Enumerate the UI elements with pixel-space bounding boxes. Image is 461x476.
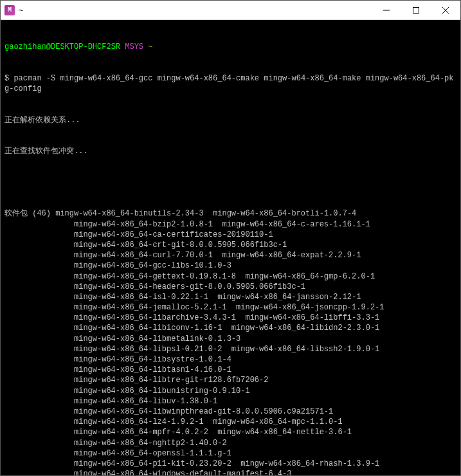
prompt-at: @ xyxy=(46,42,51,51)
status-resolving: 正在解析依赖关系... xyxy=(5,115,456,125)
minimize-button[interactable] xyxy=(372,1,401,19)
status-checking: 正在查找软件包冲突... xyxy=(5,146,456,156)
package-line: mingw-w64-x86_64-libmetalink-0.1.3-3 xyxy=(5,334,456,344)
package-line: mingw-w64-x86_64-isl-0.22.1-1 mingw-w64-… xyxy=(5,292,456,302)
package-list: 软件包 (46) mingw-w64-x86_64-binutils-2.34-… xyxy=(5,208,456,475)
prompt-path: ~ xyxy=(148,42,152,51)
window-controls xyxy=(372,1,460,19)
maximize-button[interactable] xyxy=(401,1,431,19)
package-line: mingw-w64-x86_64-jemalloc-5.2.1-1 mingw-… xyxy=(5,302,456,313)
package-line: mingw-w64-x86_64-openssl-1.1.1.g-1 xyxy=(5,448,456,459)
package-line: 软件包 (46) mingw-w64-x86_64-binutils-2.34-… xyxy=(5,208,456,219)
window: M ~ gaozhihan@DESKTOP-DHCF2SR MSYS ~ $ p… xyxy=(0,0,461,476)
prompt-line: gaozhihan@DESKTOP-DHCF2SR MSYS ~ xyxy=(5,42,456,52)
package-line: mingw-w64-x86_64-libunistring-0.9.10-1 xyxy=(5,386,456,396)
prompt-shell: MSYS xyxy=(125,42,143,51)
package-line: mingw-w64-x86_64-libsystre-1.0.1-4 xyxy=(5,354,456,365)
prompt-symbol: $ xyxy=(5,74,9,83)
blank-line xyxy=(5,178,456,188)
package-line: mingw-w64-x86_64-mpfr-4.0.2-2 mingw-w64-… xyxy=(5,427,456,437)
package-line: mingw-w64-x86_64-gcc-libs-10.1.0-3 xyxy=(5,261,456,271)
close-button[interactable] xyxy=(431,1,460,19)
package-line: mingw-w64-x86_64-libuv-1.38.0-1 xyxy=(5,396,456,407)
package-line: mingw-w64-x86_64-p11-kit-0.23.20-2 mingw… xyxy=(5,459,456,469)
package-line: mingw-w64-x86_64-libwinpthread-git-8.0.0… xyxy=(5,407,456,417)
prompt-host: DESKTOP-DHCF2SR xyxy=(51,42,120,51)
package-line: mingw-w64-x86_64-curl-7.70.0-1 mingw-w64… xyxy=(5,250,456,261)
maximize-icon xyxy=(413,7,419,14)
package-line: mingw-w64-x86_64-ca-certificates-2019011… xyxy=(5,230,456,240)
package-line: mingw-w64-x86_64-windows-default-manifes… xyxy=(5,469,456,475)
package-line: mingw-w64-x86_64-nghttp2-1.40.0-2 xyxy=(5,438,456,448)
command-text: pacman -S mingw-w64-x86_64-gcc mingw-w64… xyxy=(5,74,454,93)
prompt-user: gaozhihan xyxy=(5,42,46,51)
package-line: mingw-w64-x86_64-libpsl-0.21.0-2 mingw-w… xyxy=(5,344,456,354)
app-icon: M xyxy=(5,5,15,15)
package-line: mingw-w64-x86_64-gettext-0.19.8.1-8 ming… xyxy=(5,271,456,282)
command-line: $ pacman -S mingw-w64-x86_64-gcc mingw-w… xyxy=(5,73,456,94)
titlebar[interactable]: M ~ xyxy=(1,1,460,20)
package-line: mingw-w64-x86_64-headers-git-8.0.0.5905.… xyxy=(5,282,456,292)
package-line: mingw-w64-x86_64-libtre-git-r128.6fb7206… xyxy=(5,375,456,385)
package-line: mingw-w64-x86_64-libarchive-3.4.3-1 ming… xyxy=(5,313,456,323)
package-line: mingw-w64-x86_64-crt-git-8.0.0.5905.066f… xyxy=(5,240,456,250)
package-line: mingw-w64-x86_64-bzip2-1.0.8-1 mingw-w64… xyxy=(5,219,456,230)
package-line: mingw-w64-x86_64-lz4-1.9.2-1 mingw-w64-x… xyxy=(5,417,456,427)
close-icon xyxy=(442,7,449,14)
package-line: mingw-w64-x86_64-libiconv-1.16-1 mingw-w… xyxy=(5,323,456,333)
svg-rect-1 xyxy=(413,7,419,13)
terminal[interactable]: gaozhihan@DESKTOP-DHCF2SR MSYS ~ $ pacma… xyxy=(1,20,460,475)
minimize-icon xyxy=(383,7,390,14)
window-title: ~ xyxy=(19,6,372,15)
package-line: mingw-w64-x86_64-libtasn1-4.16.0-1 xyxy=(5,365,456,375)
